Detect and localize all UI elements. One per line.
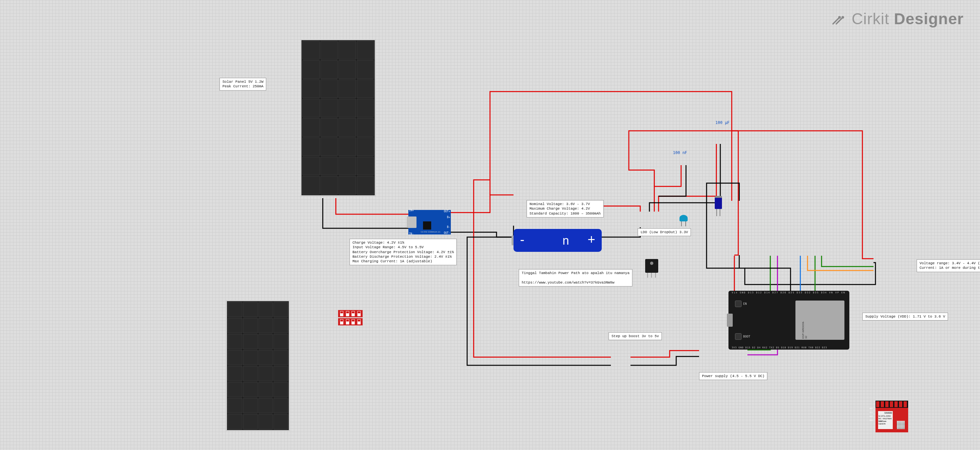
micro-usb-port-icon [407, 217, 417, 228]
watermark-pre: Cirkit [852, 10, 889, 27]
battery-18650[interactable]: - n + [514, 229, 602, 252]
svg-point-2 [838, 16, 841, 19]
dip-switch-row-2[interactable] [338, 318, 363, 326]
qr-code-icon [897, 421, 905, 429]
sim-rxd-pin: RXD [870, 420, 873, 421]
sim-net-pin: NET [870, 408, 873, 410]
esp32-en-button[interactable] [735, 300, 741, 307]
sim-vcc-pin: VCC [870, 412, 873, 414]
b-minus-pad: B- [447, 226, 450, 228]
solar-panel-top[interactable] [301, 39, 375, 196]
solar-label: Solar Panel 5V 1.2W Peak Current: 250mA [220, 78, 266, 91]
app-watermark: Cirkit Designer [831, 10, 964, 29]
wire-layer [0, 0, 980, 450]
b-plus-pad: B+ [447, 216, 450, 219]
logo-icon [831, 11, 845, 29]
esp32-bottom-pins: 3V3 GND D15 D2 D4 RX2 TX2 D5 D18 D19 D21… [732, 346, 846, 349]
esp32-devkit[interactable]: ESP-WROOM-32 EN BOOT Vin GND D13 D12 D14… [729, 291, 850, 349]
sim-chip-l1: SIM800 [878, 411, 893, 415]
battery-label-box: Nominal Voltage: 3.6V - 3.7V Maximum Cha… [527, 200, 604, 217]
dip-switch-row-1[interactable] [338, 310, 363, 317]
cap-nf-label: 100 nF [673, 150, 687, 155]
in-minus-pad: IN- [409, 233, 414, 235]
solar-panel-spare[interactable] [226, 300, 290, 431]
sim-rst-pin: RST [870, 416, 873, 418]
esp32-boot-label: BOOT [743, 335, 750, 338]
cap-uf-label: 100 µF [715, 120, 729, 125]
sim-chip-l4: SIMCom [878, 420, 893, 423]
in-plus-pad: IN+ [409, 209, 414, 212]
ldo-label: LDO (Low DropOut) 3.3V [638, 228, 691, 236]
sim-chip-ce: CE0678 [878, 423, 893, 425]
esp32-top-pins: Vin GND D13 D12 D14 D27 D26 D25 D33 D32 … [732, 291, 846, 294]
battery-plus: + [588, 232, 595, 247]
esp32-wroom-shield-icon: ESP-WROOM-32 [795, 300, 845, 340]
tp4056-silk-text: C3 R3 O399A2A 21 [421, 231, 441, 233]
sim800l-label: Voltage range: 3.4V - 4.4V (optimal at 4… [916, 259, 980, 272]
ldo-regulator[interactable] [645, 259, 658, 273]
esp32-usb-port-icon [727, 314, 733, 327]
svg-point-3 [842, 16, 844, 19]
battery-mid: n [563, 234, 569, 247]
sim800l-header-icon [875, 401, 908, 408]
charger-ic-icon [423, 222, 431, 230]
sim-chip-l3: MIC : NN12796AV [878, 417, 893, 420]
esp32-shield-label: ESP-WROOM-32 [802, 321, 808, 339]
esp32-en-label: EN [743, 302, 747, 305]
sim800l-chip-icon: SIM800 S2-1071L-Z2S0J MIC : NN12796AV SI… [878, 411, 893, 429]
note-box: Tinggal Tambahin Power Path ato apalah i… [519, 269, 632, 286]
watermark-post: Designer [894, 10, 964, 27]
sim-chip-l2: S2-1071L-Z2S0J [878, 415, 893, 417]
capacitor-100nf[interactable] [679, 215, 687, 225]
battery-minus: - [520, 232, 524, 247]
tp4056-charger[interactable]: IN+ IN- OUT+ B+ B- OUT- C3 R3 O399A2A 21 [408, 210, 451, 235]
charger-label: Charge Voltage: 4.2V ±1% Input Voltage R… [350, 239, 457, 265]
out-plus-pad: OUT+ [444, 210, 450, 213]
dip-switch-group[interactable] [338, 310, 363, 326]
sim800l-module[interactable]: SIM800 S2-1071L-Z2S0J MIC : NN12796AV SI… [875, 408, 908, 432]
svg-line-0 [833, 18, 840, 24]
sensor-label: Supply Voltage (VDD): 1.71 V to 3.6 V [862, 313, 948, 321]
capacitor-100uf[interactable] [715, 196, 722, 215]
stepup-label: Step up boost 3v to 5v [609, 332, 662, 340]
co2-label: Power supply (4.5 - 5.5 V DC) [699, 372, 767, 380]
esp32-boot-button[interactable] [735, 333, 741, 340]
out-minus-pad: OUT- [444, 231, 450, 235]
